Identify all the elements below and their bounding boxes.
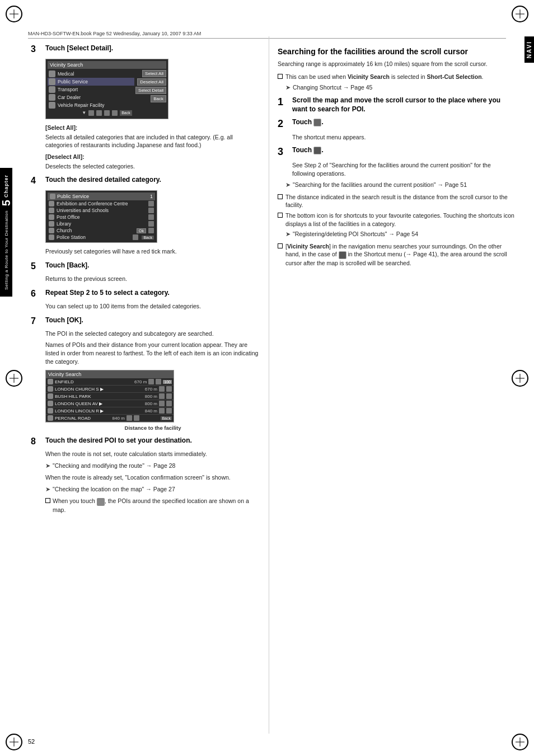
right-arrow-2-text: "Searching for the facilities around the…	[293, 181, 467, 189]
step4-screenshot: Public Service 1 Exhibition and Conferen…	[45, 190, 157, 243]
step4-mini-2	[148, 208, 154, 213]
step7-row-2: LONDON CHURCH S ▶ 670 m	[46, 386, 174, 393]
step-3-num: 3	[31, 44, 41, 54]
deselect-all-body: Deselects the selected categories.	[45, 162, 260, 171]
step4-mini-1	[148, 201, 154, 206]
btn-deselect-all[interactable]: Deselect All	[137, 78, 166, 86]
chapter-number: 5	[0, 200, 13, 206]
step7-caption: Distance to the facility	[45, 425, 260, 431]
step7-num-1: 100	[163, 380, 172, 384]
ss3-bottom-icon-3	[104, 110, 110, 116]
btn-select-all[interactable]: Select All	[142, 70, 166, 77]
step6-body: You can select up to 100 items from the …	[45, 302, 260, 311]
step3-screenshot: Vicinity Search Medical Public Service T…	[45, 59, 168, 119]
main-content: 3 Touch [Select Detail]. Vicinity Search…	[28, 36, 517, 734]
step8-arrow1-text: "Checking and modifying the route" → Pag…	[53, 462, 175, 470]
step8-poi-icon	[97, 498, 105, 506]
step7-screenshot: Vicinity Search ENFIELD 670 m 100 LONDON…	[45, 370, 174, 422]
step8-arrow2-text: "Checking the location on the map" → Pag…	[53, 485, 175, 494]
right-bullet-dist: The distance indicated in the search res…	[278, 193, 514, 209]
btn-back-1[interactable]: Back	[151, 95, 166, 102]
facility-icon	[313, 147, 321, 154]
step-8-num: 8	[31, 436, 41, 447]
step7-body2: Names of POIs and their distance from yo…	[45, 341, 260, 365]
step7-icon-4	[48, 401, 53, 406]
chapter-label: Chapter	[3, 175, 9, 198]
step4-icon-5	[49, 228, 54, 233]
ss3-bottom-icon-1	[88, 110, 94, 116]
ss3-icon-5	[49, 102, 55, 109]
right-bullet-sq-bottom	[278, 213, 283, 218]
corner-mark-bl	[6, 734, 22, 750]
select-all-body: Selects all detailed categories that are…	[45, 133, 260, 149]
right-step-3-title: Touch .	[292, 146, 324, 158]
right-step-2-body: The shortcut menu appears.	[292, 133, 514, 142]
right-step-1: 1 Scroll the map and move the scroll cur…	[278, 96, 514, 114]
corner-mark-br	[512, 734, 528, 750]
step4-mini-5	[148, 228, 154, 233]
step7-mini-2b	[166, 386, 172, 392]
step-4: 4 Touch the desired detailed category.	[31, 176, 260, 186]
shortcut-icon	[313, 119, 321, 126]
step-4-num: 4	[31, 176, 41, 186]
right-step-1-title: Scroll the map and move the scroll curso…	[292, 96, 514, 114]
step4-row-1: Exhibition and Conference Centre	[48, 200, 155, 207]
right-bullet-sq-1	[278, 74, 283, 79]
step7-mini-3a	[159, 393, 165, 399]
step4-icon-1	[49, 201, 54, 206]
ss3-row-3: Transport	[48, 86, 134, 93]
btn-back-bottom[interactable]: Back	[120, 110, 132, 116]
navi-tab: NAVI	[524, 36, 534, 63]
step4-row-6: Police Station Back	[48, 234, 155, 241]
ss3-row-1: Medical	[48, 70, 134, 78]
right-bullet-sq-dist	[278, 194, 283, 199]
step7-mini-6b	[134, 415, 139, 421]
step8-bullet1: When you touch , the POIs around the spe…	[45, 497, 260, 514]
step-5-title: Touch [Back].	[45, 261, 89, 271]
step-6-num: 6	[31, 289, 41, 299]
step3-ss-title: Vicinity Search	[48, 61, 166, 69]
step-4-title: Touch the desired detailed category.	[45, 176, 161, 186]
deselect-all-heading: [Deselect All]:	[45, 153, 260, 161]
step4-ss-icon	[50, 194, 55, 199]
step4-icon-2	[49, 208, 54, 213]
step4-mini-3	[148, 214, 154, 220]
ss3-icon-4	[49, 94, 55, 101]
section-title: Searching for the facilities around the …	[278, 46, 514, 57]
step4-mini-6	[133, 234, 138, 240]
step8-body1: When the route is not set, route calcula…	[45, 450, 260, 458]
btn-select-detail[interactable]: Select Detail	[135, 87, 166, 94]
step4-row-4: Library	[48, 220, 155, 227]
ss3-icon-2	[49, 78, 55, 85]
ss3-buttons: Select All Deselect All Select Detail Ba…	[135, 70, 166, 109]
step7-mini-3b	[166, 393, 172, 399]
btn-back-step7[interactable]: Back	[161, 416, 172, 420]
header-text: MAN-HD3-SOFTW-EN.book Page 52 Wednesday,…	[28, 31, 201, 36]
section-intro: Searching range is approximately 16 km (…	[278, 60, 514, 68]
step7-row-3: BUSH HILL PARK 800 m	[46, 393, 174, 400]
right-bullet-1: This can be used when Vicinity Search is…	[278, 73, 514, 81]
left-column: 3 Touch [Select Detail]. Vicinity Search…	[28, 36, 269, 734]
step4-row-3: Post Office	[48, 214, 155, 220]
corner-mark-ml	[6, 370, 22, 387]
step-8-title: Touch the desired POI to set your destin…	[45, 436, 192, 447]
ss3-bottom-icon-4	[112, 110, 118, 116]
right-column: Searching for the facilities around the …	[269, 36, 517, 734]
ss3-icon-3	[49, 86, 55, 93]
chapter-tab: Chapter 5 Setting a Route to Your Destin…	[0, 168, 12, 297]
btn-back-step4[interactable]: Back	[142, 236, 154, 240]
right-bullet-sq-vicinity	[278, 243, 283, 248]
step7-ss-title: Vicinity Search	[46, 370, 174, 378]
right-arrow-2: ➤ "Searching for the facilities around t…	[285, 181, 514, 189]
corner-mark-tl	[6, 6, 22, 22]
right-arrow-3: ➤ "Registering/deleting POI Shortcuts" →…	[285, 230, 514, 238]
step4-row-2: Universities and Schools	[48, 207, 155, 214]
step-3: 3 Touch [Select Detail].	[31, 44, 260, 54]
step5-body: Returns to the previous screen.	[45, 275, 260, 283]
step-7-num: 7	[31, 316, 41, 326]
step7-mini-5b	[166, 408, 172, 414]
btn-ok[interactable]: Ok	[137, 228, 146, 233]
select-all-section: [Select All]: Selects all detailed categ…	[45, 124, 260, 170]
step4-icon-3	[49, 214, 54, 220]
corner-mark-tr	[512, 6, 528, 22]
